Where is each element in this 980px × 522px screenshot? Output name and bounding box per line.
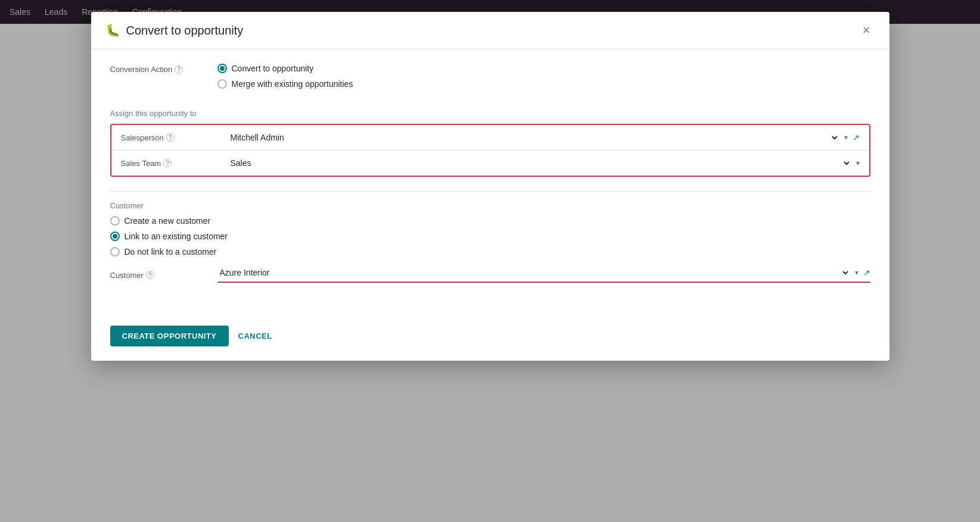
salesperson-dropdown-arrow: ▾ bbox=[844, 133, 848, 142]
customer-select-wrapper: Azure Interior ▾ ↗ bbox=[217, 266, 870, 283]
modal-header-left: 🐛 Convert to opportunity bbox=[105, 23, 244, 37]
conversion-action-help-icon[interactable]: ? bbox=[175, 65, 183, 74]
salesperson-label: Salesperson ? bbox=[121, 133, 228, 142]
conversion-action-options: Convert to opportunity Merge with existi… bbox=[217, 64, 870, 95]
radio-no-link-customer[interactable]: Do not link to a customer bbox=[110, 247, 870, 257]
radio-create-customer[interactable]: Create a new customer bbox=[110, 216, 870, 226]
radio-convert-to-opportunity[interactable]: Convert to opportunity bbox=[217, 64, 870, 73]
customer-field-row: Customer ? Azure Interior ▾ ↗ bbox=[110, 266, 870, 287]
salesperson-select[interactable]: Mitchell Admin bbox=[228, 131, 839, 144]
radio-convert-label: Convert to opportunity bbox=[232, 64, 314, 73]
sales-team-dropdown-arrow: ▾ bbox=[856, 159, 860, 167]
radio-create-customer-input[interactable] bbox=[110, 216, 120, 226]
radio-merge-input[interactable] bbox=[217, 79, 227, 89]
convert-to-opportunity-modal: 🐛 Convert to opportunity × Conversion Ac… bbox=[91, 12, 889, 361]
sales-team-label: Sales Team ? bbox=[121, 159, 228, 168]
assign-section: Assign this opportunity to Salesperson ?… bbox=[110, 109, 870, 177]
modal-title: Convert to opportunity bbox=[126, 24, 244, 37]
customer-field-label: Customer ? bbox=[110, 270, 217, 280]
radio-convert-input[interactable] bbox=[217, 64, 227, 73]
conversion-action-section: Conversion Action ? Convert to opportuni… bbox=[110, 64, 870, 95]
radio-merge-opportunities[interactable]: Merge with existing opportunities bbox=[217, 79, 870, 89]
salesperson-row: Salesperson ? Mitchell Admin ▾ ↗ bbox=[111, 125, 869, 151]
modal-footer: CREATE OPPORTUNITY CANCEL bbox=[91, 316, 889, 361]
radio-create-customer-label: Create a new customer bbox=[125, 216, 211, 226]
sales-team-field: Sales ▾ bbox=[228, 157, 860, 170]
conversion-action-row: Conversion Action ? Convert to opportuni… bbox=[110, 64, 870, 95]
customer-section-label: Customer bbox=[110, 191, 870, 210]
cancel-button[interactable]: CANCEL bbox=[238, 332, 272, 340]
radio-merge-label: Merge with existing opportunities bbox=[232, 79, 353, 89]
customer-dropdown-arrow: ▾ bbox=[855, 268, 858, 277]
sales-team-select[interactable]: Sales bbox=[228, 157, 851, 170]
customer-select[interactable]: Azure Interior bbox=[217, 266, 850, 279]
customer-section: Customer Create a new customer Link to a… bbox=[110, 191, 870, 287]
salesperson-external-link-icon[interactable]: ↗ bbox=[853, 133, 860, 142]
radio-no-link-customer-input[interactable] bbox=[110, 247, 120, 257]
radio-link-customer-label: Link to an existing customer bbox=[125, 232, 228, 241]
bug-icon: 🐛 bbox=[105, 23, 120, 37]
radio-link-customer-input[interactable] bbox=[110, 232, 120, 241]
sales-team-help-icon[interactable]: ? bbox=[163, 159, 172, 167]
create-opportunity-button[interactable]: CREATE OPPORTUNITY bbox=[110, 326, 229, 346]
modal-body: Conversion Action ? Convert to opportuni… bbox=[91, 49, 889, 316]
customer-external-link-icon[interactable]: ↗ bbox=[863, 268, 870, 277]
sales-team-row: Sales Team ? Sales ▾ bbox=[111, 151, 869, 176]
conversion-action-label: Conversion Action ? bbox=[110, 64, 217, 74]
customer-field-help-icon[interactable]: ? bbox=[146, 271, 154, 279]
modal-header: 🐛 Convert to opportunity × bbox=[91, 12, 889, 49]
radio-no-link-customer-label: Do not link to a customer bbox=[125, 247, 217, 257]
salesperson-help-icon[interactable]: ? bbox=[166, 133, 175, 142]
modal-close-button[interactable]: × bbox=[858, 21, 875, 39]
salesperson-field: Mitchell Admin ▾ ↗ bbox=[228, 131, 860, 144]
assign-label: Assign this opportunity to bbox=[110, 109, 870, 118]
radio-link-customer[interactable]: Link to an existing customer bbox=[110, 232, 870, 241]
assignment-fields-box: Salesperson ? Mitchell Admin ▾ ↗ Sales T… bbox=[110, 124, 870, 177]
